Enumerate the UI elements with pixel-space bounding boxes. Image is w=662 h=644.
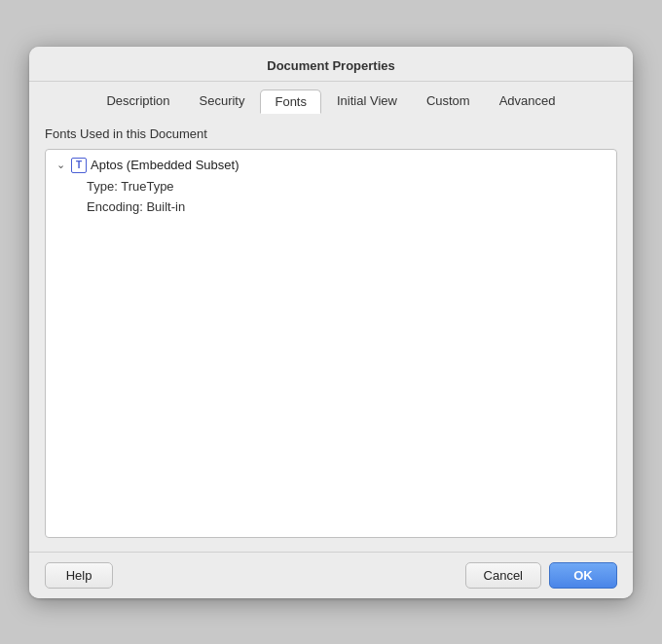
fonts-list[interactable]: ⌄ T Aptos (Embedded Subset) Type: TrueTy… bbox=[45, 149, 617, 538]
dialog-title-bar: Document Properties bbox=[29, 47, 633, 82]
help-button[interactable]: Help bbox=[45, 562, 113, 589]
cancel-button[interactable]: Cancel bbox=[465, 562, 541, 589]
font-name: Aptos (Embedded Subset) bbox=[91, 158, 239, 172]
chevron-down-icon[interactable]: ⌄ bbox=[54, 159, 67, 171]
font-entry: ⌄ T Aptos (Embedded Subset) Type: TrueTy… bbox=[54, 158, 608, 214]
tab-fonts[interactable]: Fonts bbox=[260, 89, 321, 114]
document-properties-dialog: Document Properties Description Security… bbox=[29, 47, 633, 598]
ok-button[interactable]: OK bbox=[549, 562, 617, 589]
tabs-bar: Description Security Fonts Initial View … bbox=[29, 82, 633, 113]
font-details: Type: TrueType Encoding: Built-in bbox=[54, 179, 608, 214]
font-type-icon: T bbox=[71, 158, 87, 173]
font-header: ⌄ T Aptos (Embedded Subset) bbox=[54, 158, 608, 173]
font-encoding-label: Encoding: Built-in bbox=[87, 199, 608, 214]
tab-initial-view[interactable]: Initial View bbox=[323, 89, 411, 112]
dialog-title: Document Properties bbox=[267, 58, 394, 73]
fonts-section-heading: Fonts Used in this Document bbox=[45, 126, 617, 141]
tab-security[interactable]: Security bbox=[186, 89, 259, 112]
font-type-label: Type: TrueType bbox=[87, 179, 608, 194]
content-area: Fonts Used in this Document ⌄ T Aptos (E… bbox=[29, 113, 633, 552]
tab-advanced[interactable]: Advanced bbox=[486, 89, 570, 112]
tab-custom[interactable]: Custom bbox=[413, 89, 484, 112]
footer-right-buttons: Cancel OK bbox=[465, 562, 617, 589]
tab-description[interactable]: Description bbox=[92, 89, 183, 112]
dialog-footer: Help Cancel OK bbox=[29, 552, 633, 598]
